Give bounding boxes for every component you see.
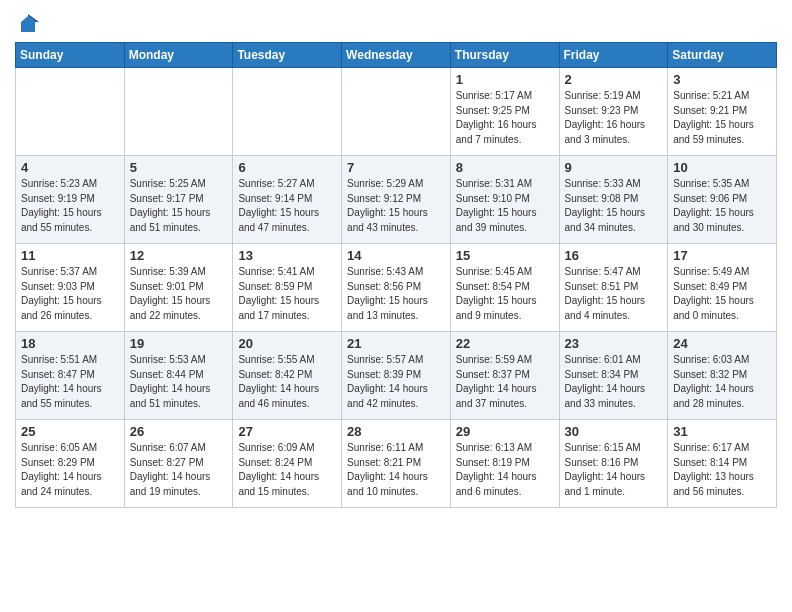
day-number: 22 (456, 336, 554, 351)
calendar-cell: 11Sunrise: 5:37 AM Sunset: 9:03 PM Dayli… (16, 244, 125, 332)
day-detail: Sunrise: 6:15 AM Sunset: 8:16 PM Dayligh… (565, 441, 663, 499)
day-number: 18 (21, 336, 119, 351)
day-number: 25 (21, 424, 119, 439)
calendar-cell: 14Sunrise: 5:43 AM Sunset: 8:56 PM Dayli… (342, 244, 451, 332)
day-number: 4 (21, 160, 119, 175)
calendar-cell: 18Sunrise: 5:51 AM Sunset: 8:47 PM Dayli… (16, 332, 125, 420)
day-detail: Sunrise: 5:39 AM Sunset: 9:01 PM Dayligh… (130, 265, 228, 323)
calendar-cell (342, 68, 451, 156)
day-detail: Sunrise: 5:17 AM Sunset: 9:25 PM Dayligh… (456, 89, 554, 147)
day-detail: Sunrise: 5:43 AM Sunset: 8:56 PM Dayligh… (347, 265, 445, 323)
header-day-tuesday: Tuesday (233, 43, 342, 68)
calendar-cell: 5Sunrise: 5:25 AM Sunset: 9:17 PM Daylig… (124, 156, 233, 244)
day-detail: Sunrise: 6:17 AM Sunset: 8:14 PM Dayligh… (673, 441, 771, 499)
week-row-1: 1Sunrise: 5:17 AM Sunset: 9:25 PM Daylig… (16, 68, 777, 156)
day-detail: Sunrise: 5:49 AM Sunset: 8:49 PM Dayligh… (673, 265, 771, 323)
day-number: 30 (565, 424, 663, 439)
calendar-cell: 25Sunrise: 6:05 AM Sunset: 8:29 PM Dayli… (16, 420, 125, 508)
day-number: 8 (456, 160, 554, 175)
day-detail: Sunrise: 5:31 AM Sunset: 9:10 PM Dayligh… (456, 177, 554, 235)
calendar-cell: 10Sunrise: 5:35 AM Sunset: 9:06 PM Dayli… (668, 156, 777, 244)
day-number: 16 (565, 248, 663, 263)
day-detail: Sunrise: 5:27 AM Sunset: 9:14 PM Dayligh… (238, 177, 336, 235)
week-row-2: 4Sunrise: 5:23 AM Sunset: 9:19 PM Daylig… (16, 156, 777, 244)
day-detail: Sunrise: 5:23 AM Sunset: 9:19 PM Dayligh… (21, 177, 119, 235)
day-detail: Sunrise: 5:57 AM Sunset: 8:39 PM Dayligh… (347, 353, 445, 411)
day-number: 1 (456, 72, 554, 87)
day-number: 7 (347, 160, 445, 175)
day-number: 31 (673, 424, 771, 439)
calendar-cell: 17Sunrise: 5:49 AM Sunset: 8:49 PM Dayli… (668, 244, 777, 332)
day-number: 26 (130, 424, 228, 439)
day-number: 14 (347, 248, 445, 263)
day-detail: Sunrise: 6:07 AM Sunset: 8:27 PM Dayligh… (130, 441, 228, 499)
day-number: 11 (21, 248, 119, 263)
calendar-cell (124, 68, 233, 156)
calendar-cell: 21Sunrise: 5:57 AM Sunset: 8:39 PM Dayli… (342, 332, 451, 420)
day-detail: Sunrise: 6:01 AM Sunset: 8:34 PM Dayligh… (565, 353, 663, 411)
day-detail: Sunrise: 5:41 AM Sunset: 8:59 PM Dayligh… (238, 265, 336, 323)
day-detail: Sunrise: 6:09 AM Sunset: 8:24 PM Dayligh… (238, 441, 336, 499)
calendar-cell: 22Sunrise: 5:59 AM Sunset: 8:37 PM Dayli… (450, 332, 559, 420)
calendar-cell: 16Sunrise: 5:47 AM Sunset: 8:51 PM Dayli… (559, 244, 668, 332)
header-day-thursday: Thursday (450, 43, 559, 68)
header-row: SundayMondayTuesdayWednesdayThursdayFrid… (16, 43, 777, 68)
calendar-cell: 6Sunrise: 5:27 AM Sunset: 9:14 PM Daylig… (233, 156, 342, 244)
day-number: 19 (130, 336, 228, 351)
calendar-cell: 20Sunrise: 5:55 AM Sunset: 8:42 PM Dayli… (233, 332, 342, 420)
day-detail: Sunrise: 5:51 AM Sunset: 8:47 PM Dayligh… (21, 353, 119, 411)
calendar-cell: 2Sunrise: 5:19 AM Sunset: 9:23 PM Daylig… (559, 68, 668, 156)
calendar-cell: 15Sunrise: 5:45 AM Sunset: 8:54 PM Dayli… (450, 244, 559, 332)
week-row-3: 11Sunrise: 5:37 AM Sunset: 9:03 PM Dayli… (16, 244, 777, 332)
day-number: 20 (238, 336, 336, 351)
day-number: 24 (673, 336, 771, 351)
calendar-cell: 12Sunrise: 5:39 AM Sunset: 9:01 PM Dayli… (124, 244, 233, 332)
day-number: 6 (238, 160, 336, 175)
day-detail: Sunrise: 6:11 AM Sunset: 8:21 PM Dayligh… (347, 441, 445, 499)
day-number: 2 (565, 72, 663, 87)
day-detail: Sunrise: 5:59 AM Sunset: 8:37 PM Dayligh… (456, 353, 554, 411)
day-detail: Sunrise: 5:19 AM Sunset: 9:23 PM Dayligh… (565, 89, 663, 147)
calendar-header: SundayMondayTuesdayWednesdayThursdayFrid… (16, 43, 777, 68)
day-detail: Sunrise: 5:21 AM Sunset: 9:21 PM Dayligh… (673, 89, 771, 147)
calendar-cell: 29Sunrise: 6:13 AM Sunset: 8:19 PM Dayli… (450, 420, 559, 508)
calendar-cell: 4Sunrise: 5:23 AM Sunset: 9:19 PM Daylig… (16, 156, 125, 244)
logo-icon (17, 14, 39, 36)
header-day-wednesday: Wednesday (342, 43, 451, 68)
day-detail: Sunrise: 6:13 AM Sunset: 8:19 PM Dayligh… (456, 441, 554, 499)
week-row-5: 25Sunrise: 6:05 AM Sunset: 8:29 PM Dayli… (16, 420, 777, 508)
day-detail: Sunrise: 5:35 AM Sunset: 9:06 PM Dayligh… (673, 177, 771, 235)
calendar-cell: 13Sunrise: 5:41 AM Sunset: 8:59 PM Dayli… (233, 244, 342, 332)
header-day-saturday: Saturday (668, 43, 777, 68)
header-day-sunday: Sunday (16, 43, 125, 68)
day-number: 28 (347, 424, 445, 439)
day-detail: Sunrise: 5:37 AM Sunset: 9:03 PM Dayligh… (21, 265, 119, 323)
day-number: 13 (238, 248, 336, 263)
day-number: 23 (565, 336, 663, 351)
header-day-monday: Monday (124, 43, 233, 68)
day-detail: Sunrise: 5:29 AM Sunset: 9:12 PM Dayligh… (347, 177, 445, 235)
calendar-cell: 24Sunrise: 6:03 AM Sunset: 8:32 PM Dayli… (668, 332, 777, 420)
day-number: 10 (673, 160, 771, 175)
calendar-table: SundayMondayTuesdayWednesdayThursdayFrid… (15, 42, 777, 508)
calendar-cell (16, 68, 125, 156)
day-detail: Sunrise: 5:55 AM Sunset: 8:42 PM Dayligh… (238, 353, 336, 411)
day-detail: Sunrise: 6:03 AM Sunset: 8:32 PM Dayligh… (673, 353, 771, 411)
calendar-cell: 28Sunrise: 6:11 AM Sunset: 8:21 PM Dayli… (342, 420, 451, 508)
calendar-body: 1Sunrise: 5:17 AM Sunset: 9:25 PM Daylig… (16, 68, 777, 508)
day-detail: Sunrise: 5:47 AM Sunset: 8:51 PM Dayligh… (565, 265, 663, 323)
day-detail: Sunrise: 5:45 AM Sunset: 8:54 PM Dayligh… (456, 265, 554, 323)
day-detail: Sunrise: 5:25 AM Sunset: 9:17 PM Dayligh… (130, 177, 228, 235)
day-detail: Sunrise: 6:05 AM Sunset: 8:29 PM Dayligh… (21, 441, 119, 499)
day-number: 12 (130, 248, 228, 263)
day-number: 21 (347, 336, 445, 351)
calendar-cell: 9Sunrise: 5:33 AM Sunset: 9:08 PM Daylig… (559, 156, 668, 244)
calendar-cell: 23Sunrise: 6:01 AM Sunset: 8:34 PM Dayli… (559, 332, 668, 420)
calendar-cell: 19Sunrise: 5:53 AM Sunset: 8:44 PM Dayli… (124, 332, 233, 420)
day-detail: Sunrise: 5:53 AM Sunset: 8:44 PM Dayligh… (130, 353, 228, 411)
calendar-cell: 30Sunrise: 6:15 AM Sunset: 8:16 PM Dayli… (559, 420, 668, 508)
calendar-cell: 1Sunrise: 5:17 AM Sunset: 9:25 PM Daylig… (450, 68, 559, 156)
day-number: 3 (673, 72, 771, 87)
calendar-cell: 31Sunrise: 6:17 AM Sunset: 8:14 PM Dayli… (668, 420, 777, 508)
calendar-cell: 8Sunrise: 5:31 AM Sunset: 9:10 PM Daylig… (450, 156, 559, 244)
